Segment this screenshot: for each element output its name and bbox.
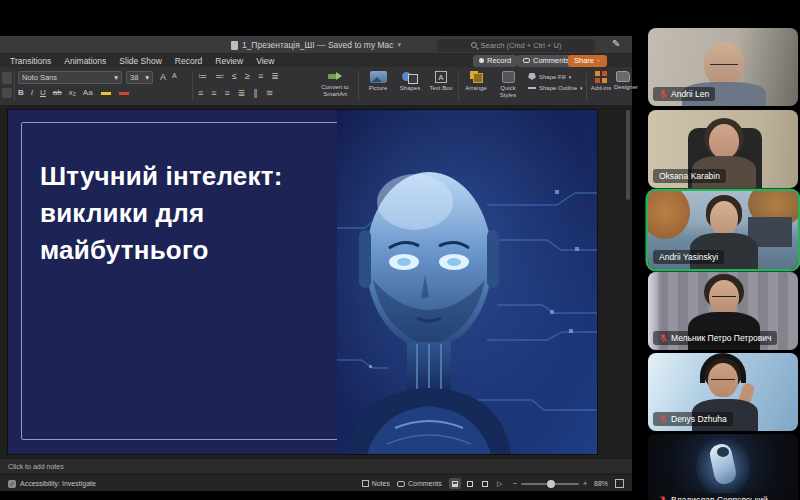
- text-direction-button[interactable]: ≣: [271, 71, 279, 81]
- addins-button[interactable]: Add-ins: [590, 71, 612, 92]
- grow-font-button[interactable]: A: [160, 72, 166, 82]
- font-size-value: 38: [130, 73, 138, 82]
- accessibility-status[interactable]: ✓ Accessibility: Investigate: [8, 475, 96, 492]
- muted-mic-icon: [659, 89, 668, 99]
- arrange-button[interactable]: Arrange: [462, 71, 490, 92]
- participant-tile[interactable]: Мельник Петро Петрович: [648, 272, 798, 350]
- line-spacing-button[interactable]: ≡: [258, 71, 263, 81]
- font-color-button[interactable]: [118, 88, 129, 97]
- status-bar: ✓ Accessibility: Investigate Notes Comme…: [0, 474, 632, 491]
- indent-increase-button[interactable]: ≥: [245, 71, 250, 81]
- highlight-color-chip: [101, 92, 111, 95]
- search-icon: [471, 42, 477, 48]
- record-button[interactable]: Record: [473, 55, 517, 67]
- align-text-button[interactable]: ≋: [266, 88, 274, 98]
- powerpoint-window: 1_Презентація_ШІ — Saved to my Mac ▾ Sea…: [0, 36, 632, 491]
- designer-button[interactable]: Designer: [614, 71, 632, 91]
- change-case-button[interactable]: Aa: [83, 88, 93, 97]
- participant-tile-active-speaker[interactable]: Andrii Yasinskyi: [648, 191, 798, 269]
- quick-styles-button[interactable]: Quick Styles: [494, 71, 522, 98]
- participant-tile[interactable]: Denys Dzhuha: [648, 353, 798, 431]
- divider: [14, 71, 15, 101]
- arrange-label: Arrange: [462, 85, 490, 92]
- picture-button[interactable]: Picture: [364, 71, 392, 92]
- participant-tile[interactable]: Владислав Серпєвський: [648, 434, 798, 500]
- zoom-slider[interactable]: [521, 483, 579, 485]
- paragraph-row-2: ≡ ≡ ≡ ≣ ∥ ≋: [198, 88, 273, 98]
- highlight-color-button[interactable]: [100, 88, 111, 97]
- slide-sorter-view-button[interactable]: [464, 478, 476, 489]
- strikethrough-button[interactable]: ab: [53, 88, 62, 97]
- font-color-chip: [119, 92, 129, 95]
- slide-title[interactable]: Штучний інтелект: виклики для майбутньог…: [40, 158, 350, 269]
- participant-name-label: Владислав Серпєвський: [653, 493, 774, 500]
- columns-button[interactable]: ∥: [253, 88, 258, 98]
- tab-animations[interactable]: Animations: [64, 56, 106, 66]
- designer-label: Designer: [614, 84, 632, 91]
- normal-view-button[interactable]: [449, 478, 461, 489]
- text-box-button[interactable]: A Text Box: [428, 71, 454, 92]
- align-right-button[interactable]: ≡: [225, 88, 230, 98]
- underline-button[interactable]: U: [40, 88, 46, 97]
- tab-slide-show[interactable]: Slide Show: [119, 56, 162, 66]
- participant-tile[interactable]: Oksana Karabin: [648, 110, 798, 188]
- reading-view-button[interactable]: [479, 478, 491, 489]
- search-input[interactable]: Search (Cmd + Ctrl + U): [437, 39, 595, 52]
- tab-transitions[interactable]: Transitions: [10, 56, 51, 66]
- slide-title-line: Штучний інтелект:: [40, 158, 350, 195]
- scrollbar[interactable]: [626, 110, 630, 200]
- robot-image: [337, 110, 597, 454]
- numbering-button[interactable]: ≕: [215, 71, 224, 81]
- participant-name: Владислав Серпєвський: [671, 495, 768, 500]
- convert-to-smartart-button[interactable]: Convert to SmartArt: [316, 71, 354, 97]
- slide-title-line: майбутнього: [40, 232, 350, 269]
- share-button[interactable]: Share ▾: [568, 55, 607, 67]
- designer-icon: [616, 71, 630, 82]
- divider: [458, 71, 459, 101]
- italic-button[interactable]: I: [31, 88, 33, 97]
- tab-review[interactable]: Review: [215, 56, 243, 66]
- notes-icon: [362, 480, 369, 487]
- shape-outline-button[interactable]: Shape Outline ▾: [528, 85, 583, 91]
- zoom-in-button[interactable]: +: [583, 480, 587, 487]
- comments-toggle[interactable]: Comments: [397, 480, 442, 487]
- zoom-percent[interactable]: 88%: [594, 480, 608, 487]
- comments-button[interactable]: Comments: [517, 55, 575, 67]
- edit-icon[interactable]: ✎: [612, 38, 620, 49]
- share-label: Share: [574, 56, 594, 65]
- slideshow-button[interactable]: ▷: [494, 478, 506, 489]
- tab-record[interactable]: Record: [175, 56, 202, 66]
- font-name-select[interactable]: Noto Sans ▾: [18, 71, 122, 84]
- shapes-label: Shapes: [396, 85, 424, 92]
- bullets-button[interactable]: ≔: [198, 71, 207, 81]
- text-box-icon: A: [435, 71, 447, 83]
- participant-name: Denys Dzhuha: [671, 414, 727, 424]
- comment-icon: [523, 58, 530, 63]
- participant-name: Oksana Karabin: [659, 171, 720, 181]
- slide[interactable]: Штучний інтелект: виклики для майбутньог…: [8, 110, 597, 454]
- align-left-button[interactable]: ≡: [198, 88, 203, 98]
- font-size-select[interactable]: 38 ▾: [126, 71, 153, 84]
- justify-button[interactable]: ≣: [238, 88, 246, 98]
- font-grow-shrink: A A: [160, 72, 177, 82]
- addins-icon: [595, 71, 607, 83]
- tab-view[interactable]: View: [256, 56, 274, 66]
- document-title-text: 1_Презентація_ШІ — Saved to my Mac: [242, 40, 394, 50]
- chevron-down-icon: ▾: [114, 73, 118, 82]
- fit-to-window-icon[interactable]: [615, 479, 624, 488]
- indent-decrease-button[interactable]: ≤: [232, 71, 237, 81]
- ribbon: Noto Sans ▾ 38 ▾ A A B I U ab x₂ Aa ≔ ≕ …: [0, 67, 632, 106]
- subscript-button[interactable]: x₂: [69, 88, 76, 97]
- quick-styles-label: Quick Styles: [494, 85, 522, 98]
- shape-fill-button[interactable]: Shape Fill ▾: [528, 73, 583, 80]
- participant-tile[interactable]: Andrii Len: [648, 28, 798, 106]
- zoom-out-button[interactable]: −: [513, 480, 517, 487]
- shapes-button[interactable]: Shapes: [396, 71, 424, 92]
- notes-area[interactable]: Click to add notes: [0, 458, 632, 473]
- bold-button[interactable]: B: [18, 88, 24, 97]
- align-center-button[interactable]: ≡: [211, 88, 216, 98]
- notes-toggle[interactable]: Notes: [362, 480, 390, 487]
- divider: [192, 71, 193, 101]
- zoom-slider-thumb[interactable]: [547, 480, 555, 488]
- shrink-font-button[interactable]: A: [172, 72, 177, 82]
